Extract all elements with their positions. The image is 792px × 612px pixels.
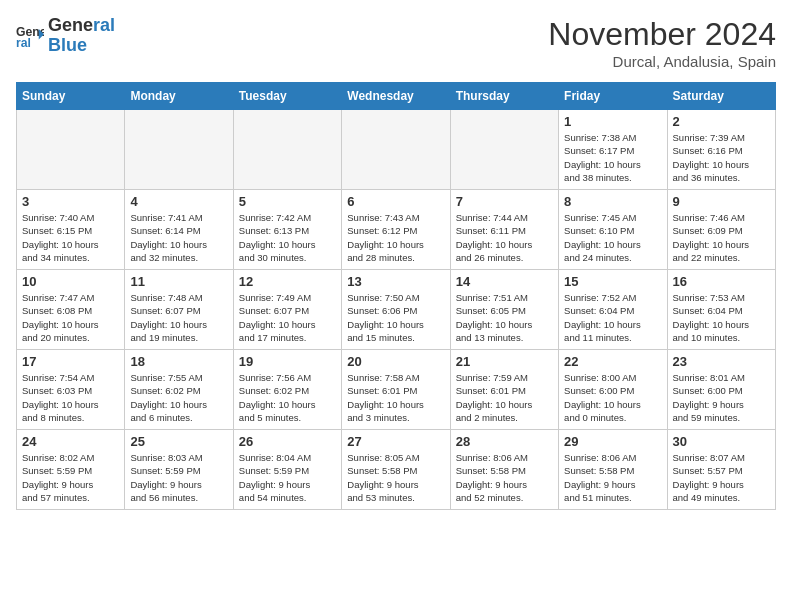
day-info: Sunrise: 8:03 AM Sunset: 5:59 PM Dayligh… xyxy=(130,451,227,504)
day-info: Sunrise: 7:56 AM Sunset: 6:02 PM Dayligh… xyxy=(239,371,336,424)
calendar-cell: 24Sunrise: 8:02 AM Sunset: 5:59 PM Dayli… xyxy=(17,430,125,510)
day-info: Sunrise: 8:05 AM Sunset: 5:58 PM Dayligh… xyxy=(347,451,444,504)
calendar-cell: 11Sunrise: 7:48 AM Sunset: 6:07 PM Dayli… xyxy=(125,270,233,350)
day-info: Sunrise: 7:38 AM Sunset: 6:17 PM Dayligh… xyxy=(564,131,661,184)
weekday-tuesday: Tuesday xyxy=(233,83,341,110)
calendar-cell: 2Sunrise: 7:39 AM Sunset: 6:16 PM Daylig… xyxy=(667,110,775,190)
calendar-cell: 6Sunrise: 7:43 AM Sunset: 6:12 PM Daylig… xyxy=(342,190,450,270)
day-info: Sunrise: 7:55 AM Sunset: 6:02 PM Dayligh… xyxy=(130,371,227,424)
day-info: Sunrise: 7:58 AM Sunset: 6:01 PM Dayligh… xyxy=(347,371,444,424)
calendar-cell: 4Sunrise: 7:41 AM Sunset: 6:14 PM Daylig… xyxy=(125,190,233,270)
day-info: Sunrise: 8:07 AM Sunset: 5:57 PM Dayligh… xyxy=(673,451,770,504)
day-info: Sunrise: 8:06 AM Sunset: 5:58 PM Dayligh… xyxy=(564,451,661,504)
day-number: 14 xyxy=(456,274,553,289)
calendar-cell: 22Sunrise: 8:00 AM Sunset: 6:00 PM Dayli… xyxy=(559,350,667,430)
day-number: 12 xyxy=(239,274,336,289)
day-number: 22 xyxy=(564,354,661,369)
calendar-cell: 28Sunrise: 8:06 AM Sunset: 5:58 PM Dayli… xyxy=(450,430,558,510)
weekday-sunday: Sunday xyxy=(17,83,125,110)
day-info: Sunrise: 7:39 AM Sunset: 6:16 PM Dayligh… xyxy=(673,131,770,184)
day-info: Sunrise: 8:01 AM Sunset: 6:00 PM Dayligh… xyxy=(673,371,770,424)
day-number: 24 xyxy=(22,434,119,449)
calendar-cell: 23Sunrise: 8:01 AM Sunset: 6:00 PM Dayli… xyxy=(667,350,775,430)
day-info: Sunrise: 7:52 AM Sunset: 6:04 PM Dayligh… xyxy=(564,291,661,344)
day-number: 20 xyxy=(347,354,444,369)
day-info: Sunrise: 7:51 AM Sunset: 6:05 PM Dayligh… xyxy=(456,291,553,344)
logo: Gene ral General Blue xyxy=(16,16,115,56)
day-info: Sunrise: 7:42 AM Sunset: 6:13 PM Dayligh… xyxy=(239,211,336,264)
calendar-cell: 26Sunrise: 8:04 AM Sunset: 5:59 PM Dayli… xyxy=(233,430,341,510)
day-info: Sunrise: 7:43 AM Sunset: 6:12 PM Dayligh… xyxy=(347,211,444,264)
title-block: November 2024 Durcal, Andalusia, Spain xyxy=(548,16,776,70)
day-number: 30 xyxy=(673,434,770,449)
week-row-5: 24Sunrise: 8:02 AM Sunset: 5:59 PM Dayli… xyxy=(17,430,776,510)
day-number: 11 xyxy=(130,274,227,289)
logo-text: General Blue xyxy=(48,16,115,56)
day-number: 16 xyxy=(673,274,770,289)
calendar-table: SundayMondayTuesdayWednesdayThursdayFrid… xyxy=(16,82,776,510)
calendar-cell: 13Sunrise: 7:50 AM Sunset: 6:06 PM Dayli… xyxy=(342,270,450,350)
calendar-cell: 19Sunrise: 7:56 AM Sunset: 6:02 PM Dayli… xyxy=(233,350,341,430)
day-number: 4 xyxy=(130,194,227,209)
day-number: 28 xyxy=(456,434,553,449)
calendar-cell: 18Sunrise: 7:55 AM Sunset: 6:02 PM Dayli… xyxy=(125,350,233,430)
day-number: 21 xyxy=(456,354,553,369)
day-info: Sunrise: 7:48 AM Sunset: 6:07 PM Dayligh… xyxy=(130,291,227,344)
day-number: 7 xyxy=(456,194,553,209)
weekday-thursday: Thursday xyxy=(450,83,558,110)
day-number: 19 xyxy=(239,354,336,369)
calendar-cell xyxy=(125,110,233,190)
day-info: Sunrise: 8:02 AM Sunset: 5:59 PM Dayligh… xyxy=(22,451,119,504)
week-row-2: 3Sunrise: 7:40 AM Sunset: 6:15 PM Daylig… xyxy=(17,190,776,270)
day-number: 18 xyxy=(130,354,227,369)
calendar-cell xyxy=(342,110,450,190)
calendar-cell: 1Sunrise: 7:38 AM Sunset: 6:17 PM Daylig… xyxy=(559,110,667,190)
calendar-cell xyxy=(233,110,341,190)
calendar-cell: 15Sunrise: 7:52 AM Sunset: 6:04 PM Dayli… xyxy=(559,270,667,350)
day-number: 23 xyxy=(673,354,770,369)
calendar-cell: 17Sunrise: 7:54 AM Sunset: 6:03 PM Dayli… xyxy=(17,350,125,430)
calendar-body: 1Sunrise: 7:38 AM Sunset: 6:17 PM Daylig… xyxy=(17,110,776,510)
day-info: Sunrise: 8:04 AM Sunset: 5:59 PM Dayligh… xyxy=(239,451,336,504)
calendar-cell: 9Sunrise: 7:46 AM Sunset: 6:09 PM Daylig… xyxy=(667,190,775,270)
day-info: Sunrise: 8:06 AM Sunset: 5:58 PM Dayligh… xyxy=(456,451,553,504)
day-number: 10 xyxy=(22,274,119,289)
day-info: Sunrise: 7:46 AM Sunset: 6:09 PM Dayligh… xyxy=(673,211,770,264)
calendar-cell: 3Sunrise: 7:40 AM Sunset: 6:15 PM Daylig… xyxy=(17,190,125,270)
week-row-4: 17Sunrise: 7:54 AM Sunset: 6:03 PM Dayli… xyxy=(17,350,776,430)
location-subtitle: Durcal, Andalusia, Spain xyxy=(548,53,776,70)
day-info: Sunrise: 7:49 AM Sunset: 6:07 PM Dayligh… xyxy=(239,291,336,344)
calendar-cell: 25Sunrise: 8:03 AM Sunset: 5:59 PM Dayli… xyxy=(125,430,233,510)
day-number: 13 xyxy=(347,274,444,289)
calendar-cell: 16Sunrise: 7:53 AM Sunset: 6:04 PM Dayli… xyxy=(667,270,775,350)
day-number: 9 xyxy=(673,194,770,209)
day-number: 3 xyxy=(22,194,119,209)
weekday-saturday: Saturday xyxy=(667,83,775,110)
weekday-header-row: SundayMondayTuesdayWednesdayThursdayFrid… xyxy=(17,83,776,110)
day-info: Sunrise: 7:47 AM Sunset: 6:08 PM Dayligh… xyxy=(22,291,119,344)
day-info: Sunrise: 8:00 AM Sunset: 6:00 PM Dayligh… xyxy=(564,371,661,424)
calendar-cell: 29Sunrise: 8:06 AM Sunset: 5:58 PM Dayli… xyxy=(559,430,667,510)
calendar-cell: 20Sunrise: 7:58 AM Sunset: 6:01 PM Dayli… xyxy=(342,350,450,430)
month-title: November 2024 xyxy=(548,16,776,53)
week-row-3: 10Sunrise: 7:47 AM Sunset: 6:08 PM Dayli… xyxy=(17,270,776,350)
day-info: Sunrise: 7:53 AM Sunset: 6:04 PM Dayligh… xyxy=(673,291,770,344)
day-number: 5 xyxy=(239,194,336,209)
calendar-cell: 12Sunrise: 7:49 AM Sunset: 6:07 PM Dayli… xyxy=(233,270,341,350)
day-number: 27 xyxy=(347,434,444,449)
svg-text:ral: ral xyxy=(16,35,31,49)
day-info: Sunrise: 7:54 AM Sunset: 6:03 PM Dayligh… xyxy=(22,371,119,424)
calendar-cell: 30Sunrise: 8:07 AM Sunset: 5:57 PM Dayli… xyxy=(667,430,775,510)
logo-icon: Gene ral xyxy=(16,22,44,50)
calendar-cell: 27Sunrise: 8:05 AM Sunset: 5:58 PM Dayli… xyxy=(342,430,450,510)
weekday-wednesday: Wednesday xyxy=(342,83,450,110)
weekday-friday: Friday xyxy=(559,83,667,110)
day-info: Sunrise: 7:40 AM Sunset: 6:15 PM Dayligh… xyxy=(22,211,119,264)
calendar-cell xyxy=(450,110,558,190)
day-number: 15 xyxy=(564,274,661,289)
day-info: Sunrise: 7:45 AM Sunset: 6:10 PM Dayligh… xyxy=(564,211,661,264)
day-number: 1 xyxy=(564,114,661,129)
day-info: Sunrise: 7:50 AM Sunset: 6:06 PM Dayligh… xyxy=(347,291,444,344)
day-info: Sunrise: 7:44 AM Sunset: 6:11 PM Dayligh… xyxy=(456,211,553,264)
calendar-cell: 10Sunrise: 7:47 AM Sunset: 6:08 PM Dayli… xyxy=(17,270,125,350)
